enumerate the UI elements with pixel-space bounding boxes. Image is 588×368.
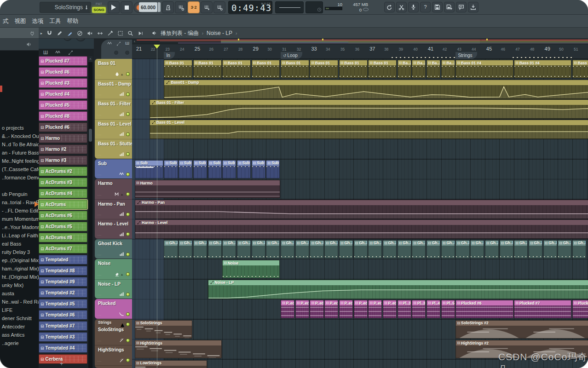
automation-clip[interactable]: Bass 01 - Filter	[150, 99, 588, 119]
clip-lanes[interactable]: ⊟Bass 01⊟Bass 01⊟Bass 01⊟Bass 01⊟Bass 01…	[132, 59, 588, 368]
time-display[interactable]: 0:49:43 M:S:CS	[228, 1, 272, 14]
pattern-clip[interactable]: ⊟Bass 01 #4	[514, 60, 571, 78]
pattern-clip[interactable]: ⊟Gh..k	[193, 240, 207, 259]
browser-item[interactable]: ub Penguin	[2, 191, 28, 197]
pattern-clip[interactable]: ⊟Ba..3	[441, 60, 455, 78]
pattern-clip[interactable]: ⊟Pl..5	[441, 300, 455, 318]
track-name[interactable]: Plucked	[98, 301, 115, 306]
track-name[interactable]: Noise	[98, 261, 110, 266]
browser-item[interactable]: unky Mix)	[2, 282, 23, 288]
collapse-icon[interactable]: ▴	[121, 272, 123, 276]
track-led-button[interactable]	[126, 253, 130, 256]
pattern-clip[interactable]: ⊟Sub	[252, 160, 265, 178]
looprec-button[interactable]	[213, 1, 225, 13]
pattern-clip[interactable]: ⊟Sub	[222, 160, 236, 178]
pattern-clip[interactable]: ⊟Gh..k	[281, 240, 294, 259]
select-icon[interactable]	[117, 30, 123, 36]
pat-label[interactable]: PAT	[92, 1, 106, 7]
feedback-button[interactable]	[456, 2, 467, 12]
browser-item[interactable]: mum Momentum	[2, 216, 40, 222]
menu-式[interactable]: 式	[3, 17, 9, 25]
pattern-item[interactable]: ⊟Plucked #7	[39, 56, 87, 66]
browser-item[interactable]: eal Bass	[2, 241, 21, 247]
breadcrumb-selection[interactable]: Noise - LP	[207, 30, 232, 36]
wave-icon[interactable]	[119, 172, 124, 177]
playhead-marker[interactable]	[154, 45, 160, 49]
track-led-button[interactable]	[126, 72, 130, 76]
bars-icon[interactable]	[119, 212, 124, 217]
pattern-clip[interactable]: ⊟Gh..k	[354, 240, 368, 259]
browser-item[interactable]: N..d To Be Afraid	[2, 142, 40, 147]
track-led-button[interactable]	[126, 112, 130, 116]
pattern-clip[interactable]: ⊟Gh..k	[295, 240, 309, 259]
pattern-item[interactable]: ⊟Plucked #6	[39, 67, 87, 77]
pattern-item[interactable]: ⊟Plucked #4	[39, 89, 87, 99]
bpm-display[interactable]: 60.000	[139, 2, 157, 12]
menu-帮助[interactable]: 帮助	[67, 17, 79, 25]
pattern-clip[interactable]: ⊟Gh..k	[427, 240, 440, 259]
eraser-icon[interactable]	[115, 272, 120, 277]
pattern-clip[interactable]: ⊟Gh..k	[514, 240, 528, 259]
pattern-item[interactable]: ⊟AcDrums #4	[39, 189, 87, 198]
cut-button[interactable]	[396, 2, 407, 12]
bars-icon[interactable]	[119, 252, 124, 257]
pattern-item[interactable]: ⊟Temptated #6	[39, 310, 87, 320]
browser-item[interactable]: ass Antics	[2, 332, 25, 338]
track-led-button[interactable]	[126, 132, 130, 136]
pattern-clip[interactable]: ⊟Gh..k	[485, 240, 499, 259]
pattern-clip[interactable]: ⊟Bass 01	[252, 60, 280, 78]
pattern-item[interactable]: ⊟Temptated #3	[39, 332, 87, 342]
browser-header[interactable]	[0, 28, 39, 39]
track-header[interactable]: Bass 01...▴	[95, 59, 132, 79]
track-name[interactable]: Bass01 - Damp	[98, 81, 131, 86]
pattern-item[interactable]: ⊟Temptated #5	[39, 299, 87, 309]
automation-curve[interactable]	[150, 125, 588, 138]
track-name[interactable]: Bass 01 - Filter	[98, 101, 131, 106]
pattern-clip[interactable]: ⊟Ba..3	[427, 60, 440, 78]
track-name[interactable]: HighStrings	[98, 347, 124, 352]
timeline-marker-in[interactable]: In	[164, 52, 174, 59]
bars-icon[interactable]	[119, 132, 124, 137]
curve-icon[interactable]	[119, 312, 124, 317]
pattern-item[interactable]: ⊟Temptated #9	[39, 277, 87, 287]
track-header[interactable]: Harmo - Level...	[95, 219, 132, 239]
bars-icon[interactable]	[119, 292, 124, 297]
track-header[interactable]: Bass 01 - Level...	[95, 119, 132, 139]
pattern-clip[interactable]: ⊟Gh..k	[324, 240, 338, 259]
pattern-clip[interactable]: ⊟Bass 01	[281, 60, 309, 78]
pattern-clip[interactable]: ⊟Gh..k	[543, 240, 557, 259]
track-name[interactable]: Bass 01 - Level	[98, 121, 131, 126]
menu-工具[interactable]: 工具	[50, 17, 61, 25]
song-label[interactable]: SONG	[92, 7, 106, 13]
pattern-item[interactable]: ⊟AcDrums #3	[39, 178, 87, 187]
browser-item[interactable]: an - Future Bass	[2, 150, 39, 155]
pattern-clip[interactable]: ⊟Noise	[222, 260, 280, 278]
deletei-icon[interactable]	[77, 30, 83, 36]
automation-curve[interactable]	[135, 205, 588, 218]
wait-button[interactable]	[175, 1, 187, 13]
browser-item[interactable]: o projects	[2, 125, 24, 131]
pattern-clip[interactable]: ⊟Gh..k	[529, 240, 542, 259]
track-header[interactable]: SoloStrings...	[95, 325, 132, 345]
export-button[interactable]	[468, 2, 478, 12]
track-header[interactable]: Bass 01 - Stutter...	[95, 139, 132, 159]
browser-item[interactable]: Me..Night feeling	[2, 158, 40, 164]
pattern-clip[interactable]: ⊟HighStrings	[135, 340, 222, 358]
pattern-clip[interactable]: ⊟Bass 01 #4	[455, 60, 513, 78]
pattern-clip[interactable]: ⊟Plucked #6	[455, 300, 513, 318]
automation-clip[interactable]: Harmo - Level	[135, 219, 588, 239]
bpm-stepper[interactable]	[158, 2, 161, 12]
automation-curve[interactable]	[150, 105, 588, 118]
pattern-clip[interactable]: ⊟Gh..k	[237, 240, 251, 259]
pattern-clip[interactable]: ⊟Gh..k	[383, 240, 397, 259]
pat-song-toggle[interactable]: PAT SONG	[92, 1, 106, 13]
pattern-clip[interactable]: ⊟Plucked #7	[514, 300, 571, 318]
pattern-item[interactable]: ⊟AcDrums #8	[39, 233, 87, 242]
browser-item[interactable]: dener Schnitt	[2, 316, 32, 321]
pattern-item[interactable]: ⊟AcDrums #6	[39, 211, 87, 220]
pattern-clip[interactable]: ⊟Plucked	[572, 300, 588, 318]
pattern-item[interactable]: ⊟Temptated #2	[39, 288, 87, 298]
track-header[interactable]: Noise...▴	[95, 259, 132, 279]
pattern-clip[interactable]: ⊟Sub	[135, 160, 163, 178]
add-pattern-row[interactable]: +	[60, 360, 63, 367]
